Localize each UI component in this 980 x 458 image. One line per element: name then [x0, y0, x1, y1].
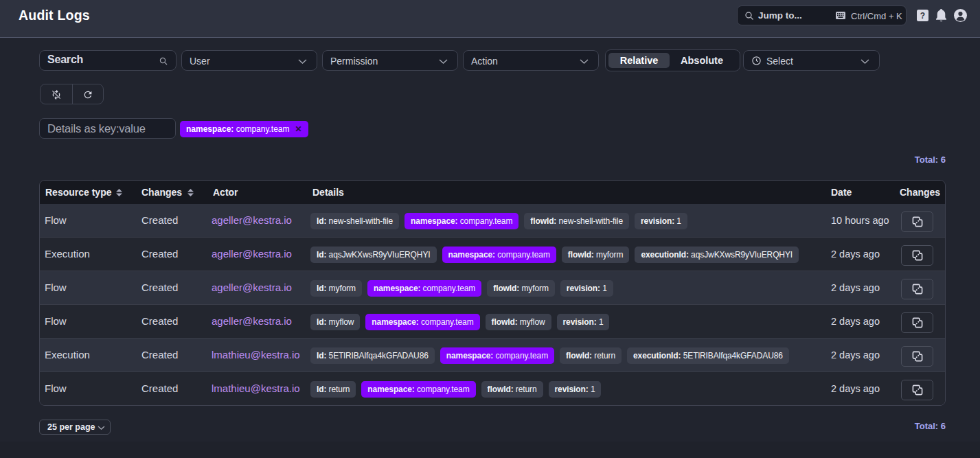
svg-text:?: ? — [920, 11, 925, 21]
